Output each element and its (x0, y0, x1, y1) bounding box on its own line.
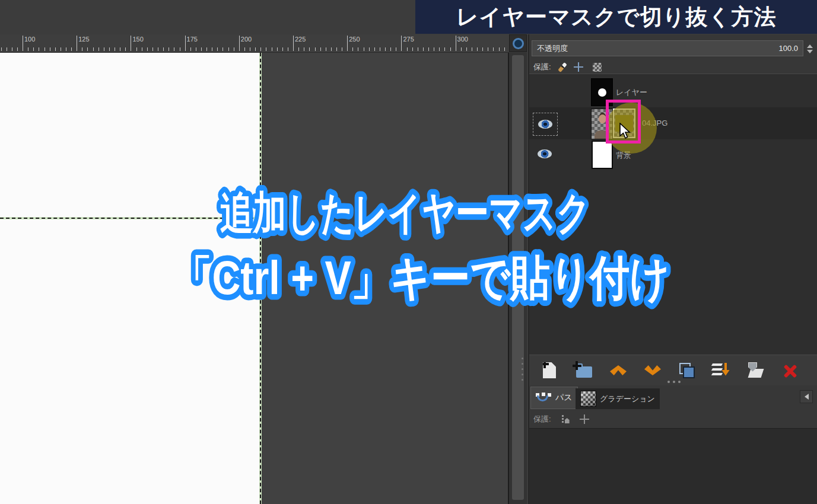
delete-layer-icon (783, 363, 798, 378)
opacity-spinner[interactable] (805, 41, 815, 56)
raise-layer-icon (610, 365, 627, 375)
delete-layer-button[interactable] (777, 359, 803, 382)
spinner-down-icon[interactable] (807, 50, 813, 53)
tab-label: グラデーション (600, 394, 655, 404)
path-lock-icon[interactable] (561, 414, 570, 424)
zoom-follow-window-button[interactable] (509, 34, 527, 52)
gimp-window: 100125150175200225250275300 レイヤーマスクで切り抜く… (0, 0, 817, 504)
eye-icon[interactable] (538, 149, 552, 158)
tab-gradients[interactable]: グラデーション (576, 388, 660, 409)
tab-paths[interactable]: パス (530, 387, 578, 409)
visibility-focus-box[interactable] (533, 113, 558, 136)
video-title-text: レイヤーマスクで切り抜く方法 (456, 2, 777, 32)
paths-list-empty (529, 428, 817, 504)
merge-layer-button[interactable] (708, 359, 735, 382)
lock-position-move-icon[interactable] (580, 414, 589, 424)
opacity-slider[interactable]: 不透明度 100.0 (532, 40, 803, 56)
lock-label: 保護: (533, 414, 551, 425)
lower-layer-button[interactable] (640, 359, 666, 382)
navigation-circle-icon (513, 38, 524, 49)
tab-menu-button[interactable] (800, 390, 813, 403)
tab-label: パス (555, 393, 573, 403)
ruler: 100125150175200225250275300 (0, 34, 509, 53)
video-title-banner: レイヤーマスクで切り抜く方法 (415, 0, 817, 34)
lock-label: 保護: (533, 62, 551, 72)
paths-icon (536, 393, 552, 403)
layer-list: レイヤー 04.JPG 背景 (529, 74, 817, 355)
duplicate-layer-icon (679, 362, 695, 379)
dock-tabs: パス グラデーション (529, 385, 817, 410)
person-silhouette (599, 114, 606, 123)
spinner-up-icon[interactable] (807, 44, 813, 48)
duplicate-layer-button[interactable] (674, 359, 700, 382)
canvas-vertical-scrollbar[interactable] (508, 53, 527, 504)
layer-thumbnail-white[interactable] (592, 141, 613, 169)
layer-row-background[interactable]: 背景 (529, 139, 817, 171)
new-group-icon (576, 366, 592, 378)
gradient-icon (580, 391, 596, 407)
mouse-cursor (619, 123, 632, 141)
lock-alpha-checker-icon[interactable] (593, 63, 602, 72)
anchor-layer-button[interactable] (743, 359, 769, 382)
new-layer-button[interactable] (536, 359, 562, 382)
layer-row-layer[interactable]: レイヤー (529, 76, 817, 107)
image-canvas[interactable] (0, 53, 259, 504)
canvas-out-of-bounds (262, 53, 508, 504)
opacity-label: 不透明度 (537, 43, 778, 54)
layer-row-04jpg[interactable]: 04.JPG (529, 107, 817, 139)
scrollbar-thumb[interactable] (512, 55, 524, 500)
paths-lock-row: 保護: (533, 413, 589, 426)
opacity-value: 100.0 (778, 44, 798, 53)
raise-layer-button[interactable] (605, 359, 631, 382)
layers-dock-panel: 不透明度 100.0 保護: レイヤー (528, 34, 817, 504)
anchor-layer-icon (747, 362, 765, 379)
lock-pixels-paintbrush-icon[interactable] (558, 62, 567, 72)
new-layer-icon (543, 362, 556, 378)
new-group-button[interactable] (571, 359, 597, 382)
layer-boundary-vertical (259, 53, 262, 504)
layer-name: レイヤー (616, 87, 647, 98)
lock-position-move-icon[interactable] (574, 62, 583, 72)
lower-layer-icon (644, 365, 661, 375)
tab-menu-arrow-icon (802, 394, 809, 400)
panel-resize-handle[interactable] (667, 381, 681, 383)
layer-boundary-horizontal (0, 217, 259, 219)
eye-icon[interactable] (538, 120, 552, 129)
dock-grip[interactable] (522, 358, 523, 381)
merge-layer-icon (712, 362, 731, 379)
lock-row: 保護: (533, 60, 602, 74)
